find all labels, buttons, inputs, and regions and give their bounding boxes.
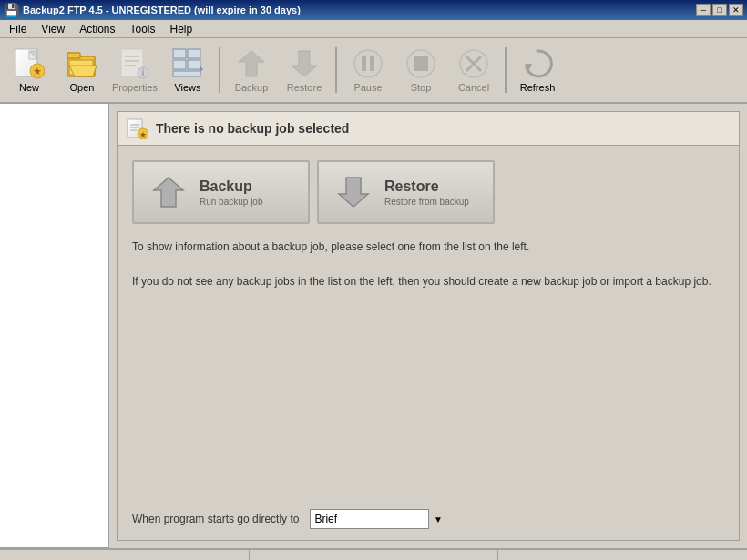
new-label: New [19,82,39,93]
open-icon [66,47,98,80]
svg-rect-23 [362,56,366,71]
restore-icon [288,47,321,80]
refresh-button[interactable]: Refresh [512,42,563,98]
title-bar-controls[interactable]: ─ □ ✕ [696,4,743,16]
properties-button[interactable]: i Properties [109,42,160,98]
svg-rect-26 [414,56,428,71]
maximize-button[interactable]: □ [712,4,727,16]
app-icon: 💾 [4,3,19,17]
toolbar-separator-3 [505,47,507,93]
title-bar: 💾 Backup2 FTP 4.5 - UNREGISTERED (will e… [0,0,747,20]
minimize-button[interactable]: ─ [696,4,711,16]
toolbar-separator-1 [219,47,220,93]
goto-select[interactable]: Brief Detailed Log [310,509,446,529]
content-header: ★ There is no backup job selected [118,112,739,146]
status-section-3 [498,550,747,560]
backup-action-subtitle: Run backup job [200,197,263,207]
refresh-label: Refresh [520,82,556,93]
menu-bar: File View Actions Tools Help [0,20,747,38]
toolbar-separator-2 [335,47,337,93]
svg-rect-7 [67,53,80,58]
backup-action-text: Backup Run backup job [200,178,263,207]
svg-text:★: ★ [33,66,42,76]
backup-label: Backup [235,82,269,93]
svg-rect-24 [370,56,374,71]
status-section-2 [250,550,499,560]
svg-rect-16 [188,49,200,58]
header-icon: ★ [127,117,148,139]
backup-button[interactable]: Backup [226,42,277,98]
sidebar [0,104,109,548]
content-panel: ★ There is no backup job selected Backup [117,111,740,541]
title-bar-left: 💾 Backup2 FTP 4.5 - UNREGISTERED (will e… [4,3,301,17]
restore-button[interactable]: Restore [279,42,330,98]
bottom-bar-label: When program starts go directly to [132,513,299,525]
new-icon: ★ [13,47,46,80]
refresh-icon [521,47,554,80]
backup-icon [235,47,268,80]
views-label: Views [174,82,200,93]
menu-tools[interactable]: Tools [123,21,163,37]
bottom-bar-area: When program starts go directly to Brief… [118,502,739,540]
properties-icon: i [118,47,151,80]
cancel-button[interactable]: Cancel [448,42,499,98]
pause-label: Pause [353,82,382,93]
stop-icon [404,47,437,80]
views-icon [171,47,204,80]
cancel-label: Cancel [458,82,489,93]
views-button[interactable]: Views [162,42,213,98]
svg-rect-19 [173,71,200,76]
menu-file[interactable]: File [2,21,34,37]
svg-marker-38 [154,178,183,207]
new-button[interactable]: ★ New [4,42,55,98]
svg-point-22 [354,50,382,77]
svg-marker-21 [292,51,317,76]
svg-rect-17 [173,60,186,69]
open-button[interactable]: Open [56,42,107,98]
pause-icon [352,47,384,80]
backup-action-card[interactable]: Backup Run backup job [132,160,310,224]
menu-actions[interactable]: Actions [72,21,122,37]
pause-button[interactable]: Pause [343,42,394,98]
close-button[interactable]: ✕ [729,4,743,16]
svg-rect-15 [173,49,186,58]
svg-text:i: i [142,68,145,78]
info-line-1: To show information about a backup job, … [132,239,724,256]
restore-action-text: Restore Restore from backup [384,178,469,207]
toolbar: ★ New Open i Proper [0,38,747,104]
title-bar-text: Backup2 FTP 4.5 - UNREGISTERED (will exp… [23,5,301,15]
content-area: ★ There is no backup job selected Backup [109,104,747,548]
stop-button[interactable]: Stop [395,42,446,98]
restore-action-icon [333,172,374,212]
info-line-2: If you do not see any backup jobs in the… [132,273,724,290]
content-header-title: There is no backup job selected [156,121,349,136]
select-wrapper: Brief Detailed Log ▼ [310,509,446,529]
stop-label: Stop [411,82,432,93]
properties-label: Properties [112,82,158,93]
svg-marker-39 [339,178,368,207]
status-bar [0,548,747,560]
svg-marker-20 [239,51,264,76]
action-buttons: Backup Run backup job Restore Restore fr… [118,146,739,231]
backup-action-icon [148,172,189,212]
status-section-1 [0,550,250,560]
svg-text:★: ★ [139,130,147,139]
menu-help[interactable]: Help [163,21,200,37]
restore-action-title: Restore [384,178,469,195]
svg-rect-18 [188,60,200,69]
backup-action-title: Backup [200,178,263,195]
cancel-icon [457,47,490,80]
restore-label: Restore [287,82,322,93]
main-container: ★ There is no backup job selected Backup [0,104,747,548]
menu-view[interactable]: View [34,21,72,37]
open-label: Open [70,82,95,93]
restore-action-subtitle: Restore from backup [384,197,469,207]
restore-action-card[interactable]: Restore Restore from backup [317,160,495,224]
info-text: To show information about a backup job, … [118,231,739,299]
